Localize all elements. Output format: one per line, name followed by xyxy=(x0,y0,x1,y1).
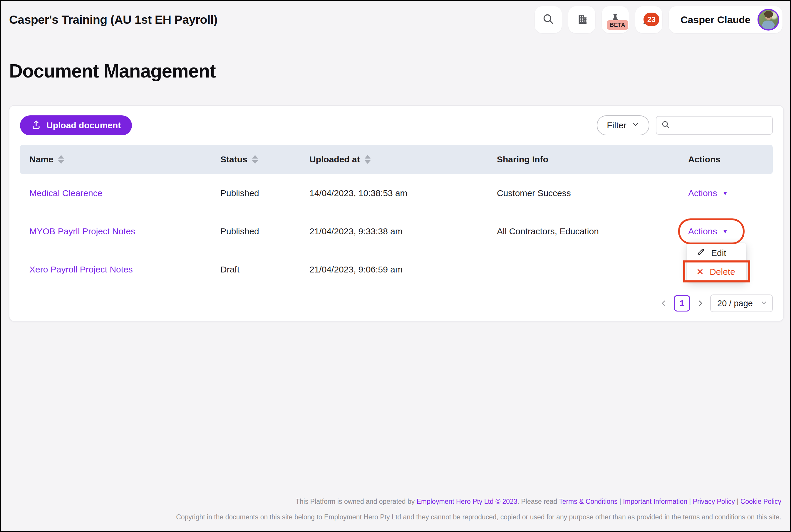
page-number-button[interactable]: 1 xyxy=(674,295,690,311)
organisation-button[interactable] xyxy=(568,6,595,33)
page-size-select[interactable]: 20 / page xyxy=(710,294,773,312)
column-header-status[interactable]: Status xyxy=(220,154,309,165)
actions-dropdown-menu: Edit ✕ Delete xyxy=(687,243,746,282)
caret-down-icon: ▼ xyxy=(722,191,728,196)
user-name: Casper Claude xyxy=(681,14,751,25)
top-bar-actions: BETA 23 Casper Claude xyxy=(535,6,783,33)
notifications-button[interactable]: 23 xyxy=(635,6,662,33)
footer-link-cookie-policy[interactable]: Cookie Policy xyxy=(740,498,781,505)
footer-separator: | xyxy=(618,498,623,505)
footer-link-important-information[interactable]: Important Information xyxy=(623,498,687,505)
filter-label: Filter xyxy=(607,120,626,130)
menu-item-delete[interactable]: ✕ Delete xyxy=(687,263,746,281)
labs-beta-button[interactable]: BETA xyxy=(602,6,629,33)
status-cell: Published xyxy=(220,226,309,236)
search-icon xyxy=(661,120,670,131)
uploaded-at-cell: 21/04/2023, 9:06:59 am xyxy=(309,265,497,274)
uploaded-at-cell: 14/04/2023, 10:38:53 am xyxy=(309,188,497,198)
footer: This Platform is owned and operated by E… xyxy=(176,498,781,521)
column-header-actions: Actions xyxy=(688,154,764,165)
footer-line-1: This Platform is owned and operated by E… xyxy=(176,498,781,506)
sort-icon[interactable] xyxy=(365,155,370,164)
document-link[interactable]: Xero Payroll Project Notes xyxy=(30,265,133,274)
x-icon: ✕ xyxy=(696,267,704,276)
previous-page-button[interactable] xyxy=(660,299,668,307)
pencil-icon xyxy=(696,248,705,259)
document-search-input[interactable] xyxy=(674,120,768,130)
filter-dropdown[interactable]: Filter xyxy=(597,115,649,135)
sort-icon[interactable] xyxy=(252,155,258,164)
avatar xyxy=(757,9,779,31)
upload-document-label: Upload document xyxy=(47,120,121,130)
footer-separator: | xyxy=(687,498,693,505)
uploaded-at-cell: 21/04/2023, 9:33:38 am xyxy=(309,226,497,236)
user-menu[interactable]: Casper Claude xyxy=(669,6,783,33)
caret-down-icon: ▼ xyxy=(722,229,728,234)
document-link[interactable]: MYOB Payrll Project Notes xyxy=(30,226,135,236)
actions-dropdown-trigger[interactable]: Actions ▼ xyxy=(688,188,728,198)
sharing-info-cell: All Contractors, Education xyxy=(497,226,688,236)
building-icon xyxy=(575,12,589,27)
status-cell: Published xyxy=(220,188,309,198)
sort-icon[interactable] xyxy=(58,155,64,164)
footer-link-employment-hero[interactable]: Employment Hero Pty Ltd © 2023 xyxy=(417,498,517,505)
table-body: Medical Clearence Published 14/04/2023, … xyxy=(20,174,773,289)
beta-badge: BETA xyxy=(607,20,628,30)
footer-line-2: Copyright in the documents on this site … xyxy=(176,513,781,521)
table-row: Medical Clearence Published 14/04/2023, … xyxy=(20,174,773,212)
top-bar: Casper's Training (AU 1st EH Payroll) xyxy=(9,5,783,34)
actions-cell: Actions ▼ Edit xyxy=(688,212,764,250)
footer-text: . Please read xyxy=(517,498,559,505)
table-header-row: Name Status Uploaded at Sharing Info Act… xyxy=(20,145,773,174)
org-title: Casper's Training (AU 1st EH Payroll) xyxy=(9,13,217,27)
actions-cell: Actions ▼ xyxy=(688,174,764,212)
sharing-info-cell: Customer Success xyxy=(497,188,688,198)
upload-icon xyxy=(31,119,41,132)
app-window: Casper's Training (AU 1st EH Payroll) xyxy=(0,0,791,532)
document-link[interactable]: Medical Clearence xyxy=(30,188,102,198)
column-header-sharing-info: Sharing Info xyxy=(497,154,688,165)
column-header-uploaded-at[interactable]: Uploaded at xyxy=(309,154,497,165)
status-cell: Draft xyxy=(220,265,309,274)
footer-separator: | xyxy=(735,498,740,505)
footer-link-terms[interactable]: Terms & Conditions xyxy=(559,498,617,505)
search-icon xyxy=(542,13,555,27)
upload-document-button[interactable]: Upload document xyxy=(20,115,132,135)
document-search xyxy=(656,116,773,135)
toolbar-right: Filter xyxy=(597,115,773,135)
chevron-down-icon xyxy=(760,299,768,308)
pagination: 1 20 / page xyxy=(660,294,773,312)
next-page-button[interactable] xyxy=(696,299,704,307)
chevron-down-icon xyxy=(632,120,639,130)
table-row: Xero Payroll Project Notes Draft 21/04/2… xyxy=(20,250,773,289)
menu-item-edit[interactable]: Edit xyxy=(687,244,746,263)
card-toolbar: Upload document Filter xyxy=(20,115,773,135)
footer-text: This Platform is owned and operated by xyxy=(296,498,417,505)
column-header-name[interactable]: Name xyxy=(30,154,220,165)
notification-count-badge: 23 xyxy=(644,13,659,26)
page-title: Document Management xyxy=(9,60,216,82)
table-row: MYOB Payrll Project Notes Published 21/0… xyxy=(20,212,773,250)
documents-card: Upload document Filter xyxy=(9,105,784,322)
footer-link-privacy-policy[interactable]: Privacy Policy xyxy=(693,498,735,505)
actions-dropdown-trigger[interactable]: Actions ▼ xyxy=(688,226,728,236)
search-button[interactable] xyxy=(535,6,562,33)
